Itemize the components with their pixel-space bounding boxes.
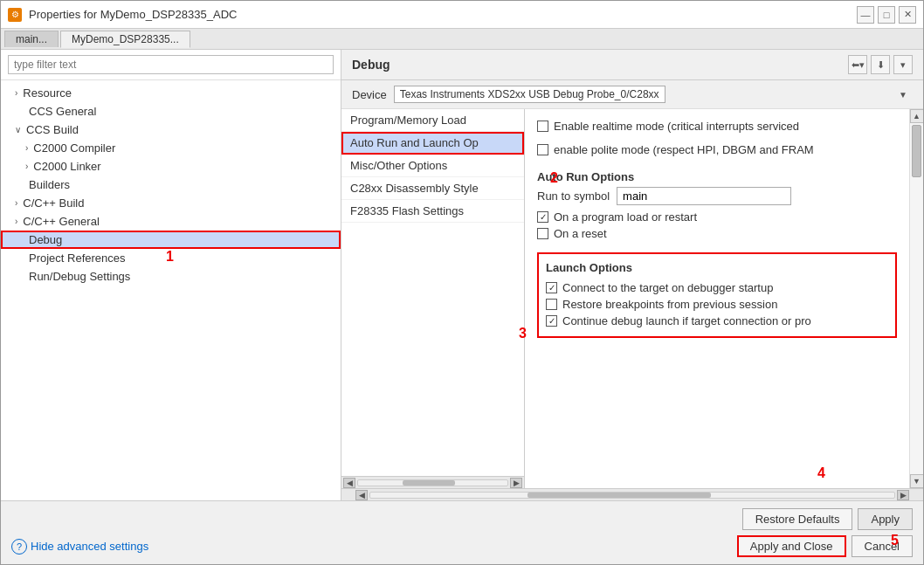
label-program-load: On a program load or restart	[554, 210, 697, 224]
tab-0[interactable]: main...	[4, 31, 59, 47]
checkbox-on-reset[interactable]	[537, 228, 548, 239]
label-connect: Connect to the target on debugger startu…	[562, 281, 773, 294]
option-disassembly[interactable]: C28xx Disassembly Style	[341, 177, 524, 200]
annotation-2: 2	[550, 170, 558, 186]
launch-options-box: Launch Options Connect to the target on …	[537, 252, 897, 338]
cancel-button[interactable]: Cancel	[852, 535, 913, 557]
tree-item-cpp-build[interactable]: › C/C++ Build	[1, 194, 341, 212]
bottom-hscroll-thumb	[528, 493, 711, 498]
apply-and-close-button[interactable]: Apply and Close	[737, 535, 846, 557]
titlebar: ⚙ Properties for MyDemo_DSP28335_ADC — □…	[1, 1, 923, 29]
restore-defaults-button[interactable]: Restore Defaults	[742, 508, 853, 530]
checkbox-polite[interactable]	[537, 144, 548, 155]
main-content: › Resource CCS General ∨ CCS Build	[1, 50, 923, 500]
arrow-icon: ›	[15, 198, 17, 208]
tree-area: › Resource CCS General ∨ CCS Build	[1, 80, 341, 500]
annotation-5: 5	[891, 533, 899, 548]
annotation-4: 4	[817, 465, 825, 481]
auto-run-section: Auto Run Options Run to symbol On a prog…	[537, 165, 897, 242]
device-select[interactable]: Texas Instruments XDS2xx USB Debug Probe…	[394, 86, 665, 103]
panels-area: Program/Memory Load Auto Run and Launch …	[341, 109, 923, 488]
arrow-icon: ∨	[15, 125, 21, 134]
bottom-hscroll-right[interactable]: ▶	[897, 490, 909, 500]
label-realtime: Enable realtime mode (critical interrupt…	[554, 120, 799, 133]
run-symbol-row: Run to symbol	[537, 187, 897, 205]
nav-buttons: ⬅▾ ⬇ ▾	[848, 55, 913, 74]
run-symbol-input[interactable]	[617, 187, 791, 205]
device-label: Device	[352, 88, 387, 101]
filter-row	[1, 50, 341, 80]
tree-item-debug[interactable]: Debug	[1, 231, 341, 249]
option-auto-run[interactable]: Auto Run and Launch Op	[341, 132, 524, 155]
detail-row-realtime: Enable realtime mode (critical interrupt…	[537, 118, 897, 134]
detail-row-continue: Continue debug launch if target connecti…	[546, 313, 888, 329]
checkbox-connect[interactable]	[546, 282, 557, 293]
arrow-icon: ›	[15, 217, 17, 226]
checkbox-restore-bp[interactable]	[546, 299, 557, 310]
right-scrollbar: ▲ ▼	[909, 109, 923, 488]
options-list-inner: Program/Memory Load Auto Run and Launch …	[341, 109, 524, 476]
bottom-bar: Restore Defaults Apply ? Hide advanced s…	[1, 500, 923, 564]
arrow-icon: ›	[15, 88, 17, 98]
minimize-button[interactable]: —	[857, 6, 874, 24]
bottom-close-row: ? Hide advanced settings Apply and Close…	[11, 535, 913, 557]
window-title: Properties for MyDemo_DSP28335_ADC	[29, 8, 237, 21]
scroll-down-btn[interactable]: ▼	[910, 474, 924, 488]
arrow-icon: ›	[25, 143, 28, 153]
back-button[interactable]: ⬅▾	[848, 55, 867, 74]
filter-input[interactable]	[8, 55, 334, 74]
restore-apply-row: Restore Defaults Apply	[11, 508, 913, 530]
right-panel: Debug ⬅▾ ⬇ ▾ Device Texas Instruments XD…	[341, 50, 923, 500]
right-header: Debug ⬅▾ ⬇ ▾	[341, 50, 923, 80]
scroll-up-btn[interactable]: ▲	[910, 109, 924, 123]
bottom-hscroll-left[interactable]: ◀	[355, 490, 368, 500]
tree-item-c2000-linker[interactable]: › C2000 Linker	[1, 157, 341, 176]
hscroll-thumb	[403, 480, 455, 486]
run-symbol-label: Run to symbol	[537, 189, 610, 203]
tree-item-run-debug-settings[interactable]: Run/Debug Settings	[1, 267, 341, 286]
option-flash[interactable]: F28335 Flash Settings	[341, 200, 524, 223]
device-select-wrap: Texas Instruments XDS2xx USB Debug Probe…	[394, 86, 913, 103]
tree-item-c2000-compiler[interactable]: › C2000 Compiler	[1, 139, 341, 157]
nav-extra-button[interactable]: ▾	[893, 55, 913, 74]
option-program-memory[interactable]: Program/Memory Load	[341, 109, 524, 132]
tree-item-ccs-general[interactable]: CCS General	[1, 102, 341, 121]
close-button[interactable]: ✕	[899, 6, 916, 24]
tree-item-cpp-general[interactable]: › C/C++ General	[1, 212, 341, 231]
label-continue: Continue debug launch if target connecti…	[562, 314, 811, 327]
scroll-track	[910, 123, 923, 474]
label-restore-bp: Restore breakpoints from previous sessio…	[562, 298, 777, 311]
detail-area: Enable realtime mode (critical interrupt…	[525, 109, 909, 488]
hscroll-track	[357, 479, 508, 486]
detail-row-polite: enable polite mode (respect HPI, DBGM an…	[537, 141, 897, 158]
annotation-3: 3	[519, 326, 527, 341]
tree-item-builders[interactable]: Builders	[1, 176, 341, 194]
window-controls: — □ ✕	[857, 6, 916, 24]
window-icon: ⚙	[8, 8, 22, 22]
tree-item-ccs-build[interactable]: ∨ CCS Build	[1, 121, 341, 139]
detail-row-restore-bp: Restore breakpoints from previous sessio…	[546, 296, 888, 313]
question-icon: ?	[11, 539, 27, 555]
right-panel-title: Debug	[352, 58, 390, 72]
checkbox-continue[interactable]	[546, 315, 557, 327]
option-misc[interactable]: Misc/Other Options	[341, 155, 524, 177]
hide-advanced-link[interactable]: ? Hide advanced settings	[11, 539, 148, 555]
apply-button[interactable]: Apply	[858, 508, 913, 530]
tab-1[interactable]: MyDemo_DSP28335...	[60, 31, 190, 48]
left-panel: › Resource CCS General ∨ CCS Build	[1, 50, 341, 500]
hscroll-left-btn[interactable]: ◀	[343, 478, 355, 488]
tree-item-resource[interactable]: › Resource	[1, 84, 341, 102]
forward-button[interactable]: ⬇	[871, 55, 890, 74]
annotation-1: 1	[166, 249, 174, 265]
detail-row-on-reset: On a reset	[537, 225, 897, 242]
label-polite: enable polite mode (respect HPI, DBGM an…	[554, 143, 814, 156]
hide-advanced-label: Hide advanced settings	[31, 540, 148, 553]
checkbox-realtime[interactable]	[537, 121, 548, 132]
arrow-icon: ›	[25, 162, 28, 171]
bottom-hscroll-track	[369, 492, 895, 499]
close-buttons: Apply and Close Cancel	[737, 535, 913, 557]
maximize-button[interactable]: □	[878, 6, 895, 24]
hscroll-right-btn[interactable]: ▶	[510, 478, 522, 488]
scroll-thumb	[912, 125, 921, 177]
checkbox-program-load[interactable]	[537, 211, 548, 223]
